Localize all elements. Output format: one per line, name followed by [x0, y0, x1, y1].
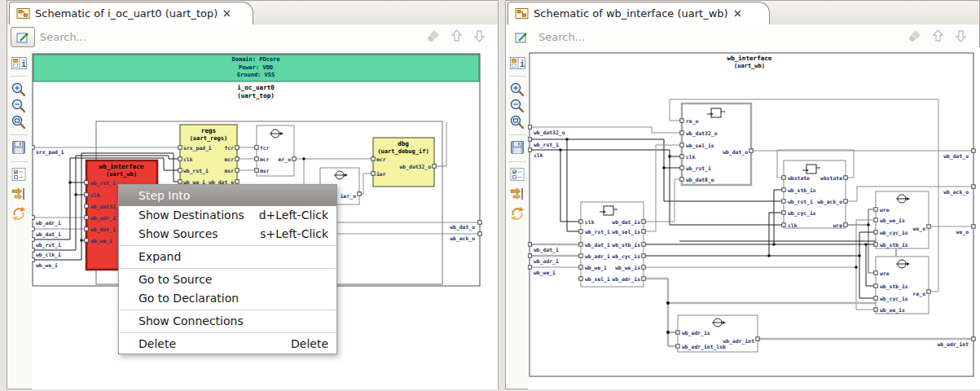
svg-text:wb_stb_is: wb_stb_is: [880, 283, 908, 290]
svg-text:wb_rst_i: wb_rst_i: [90, 180, 116, 187]
svg-text:wb_rst_i: wb_rst_i: [534, 142, 559, 148]
arrow-down-icon[interactable]: [472, 29, 486, 43]
block-adr-logic[interactable]: wb_adr_is wb_adr_int_lsb wb_adr_int: [676, 315, 759, 352]
menu-separator: [120, 245, 336, 246]
svg-text:wb_adr_int_lsb: wb_adr_int_lsb: [682, 344, 726, 350]
block-logic1[interactable]: fcr mcr msr mr_o: [255, 125, 296, 176]
domain-box: Domain: PDcore Power: VDD Ground: VSS: [33, 55, 479, 81]
svg-text:wb_cyc_is: wb_cyc_is: [612, 253, 640, 260]
overview-icon[interactable]: i: [11, 55, 29, 72]
svg-text:wb_dat32_: wb_dat32_: [90, 204, 119, 210]
svg-text:wb_dat8_o: wb_dat8_o: [686, 177, 714, 183]
schematic-title: wb_interface: [727, 55, 772, 62]
menu-separator: [120, 310, 336, 310]
svg-text:ier_o: ier_o: [341, 193, 356, 200]
svg-text:wb_stb_is: wb_stb_is: [612, 242, 640, 248]
schematic-tab-icon: [515, 7, 529, 20]
block-we-logic[interactable]: wre wb_we_is wb_cyc_is wb_stb_is we_o: [874, 191, 930, 248]
show-ports-icon[interactable]: [11, 186, 29, 202]
search-input[interactable]: [38, 27, 319, 46]
menu-item-show-sources[interactable]: Show Sourcess+Left-Click: [119, 225, 336, 244]
svg-text:wb_rst_i: wb_rst_i: [788, 199, 813, 205]
filter-options-icon[interactable]: [11, 166, 29, 182]
filter-options-icon[interactable]: [509, 166, 527, 182]
svg-text:wb_ack_o: wb_ack_o: [943, 189, 969, 196]
block-re-logic[interactable]: wre wb_stb_is wb_cyc_is wb_we_is re_o: [874, 257, 930, 314]
menu-item-go-to-declaration[interactable]: Go to Declaration: [119, 289, 336, 308]
svg-text:wb_dat_i: wb_dat_i: [90, 226, 116, 233]
show-ports-icon[interactable]: [509, 186, 527, 202]
left-tab-bar: Schematic of i_oc_uart0 (uart_top): [7, 1, 498, 25]
right-tab-bar: Schematic of wb_interface (uart_wb): [506, 1, 979, 25]
close-icon[interactable]: [222, 9, 231, 18]
svg-text:wb_rst_i: wb_rst_i: [585, 229, 610, 235]
svg-text:clk: clk: [686, 154, 696, 160]
left-toolbar: i: [7, 48, 33, 389]
svg-text:ier: ier: [376, 171, 386, 178]
save-icon[interactable]: [11, 139, 29, 156]
zoom-fit-icon[interactable]: [11, 114, 29, 130]
svg-text:(uart_regs): (uart_regs): [190, 135, 227, 142]
svg-text:(uart_debug_if): (uart_debug_if): [377, 148, 428, 155]
arrow-down-icon[interactable]: [954, 29, 968, 43]
edit-search-button[interactable]: [509, 27, 534, 47]
menu-item-expand[interactable]: Expand: [119, 248, 336, 266]
edit-icon: [16, 31, 30, 44]
svg-text:Domain: PDcore: Domain: PDcore: [231, 56, 279, 63]
zoom-out-icon[interactable]: [11, 98, 29, 114]
menu-item-step-into[interactable]: Step Into: [119, 185, 336, 206]
svg-text:wb_we_is: wb_we_is: [880, 307, 905, 314]
svg-text:wb_adr_int: wb_adr_int: [938, 341, 969, 348]
svg-text:wb_rst_i: wb_rst_i: [183, 168, 209, 174]
zoom-fit-icon[interactable]: [509, 114, 527, 130]
clear-highlight-icon[interactable]: [426, 29, 441, 43]
svg-text:wb_adr_i: wb_adr_i: [534, 258, 559, 265]
menu-item-show-connections[interactable]: Show Connections: [119, 312, 336, 331]
refresh-icon[interactable]: [11, 205, 29, 222]
block-dbg[interactable]: dbg (uart_debug_if) mcr ier wb_dat32_o: [371, 138, 436, 187]
search-input[interactable]: [537, 27, 817, 46]
svg-text:wb_adr_i: wb_adr_i: [36, 220, 61, 226]
right-schematic-canvas: wb_interface (uart_wb): [528, 47, 980, 389]
schematic-subtitle: (uart_wb): [734, 63, 765, 69]
close-icon[interactable]: [733, 9, 742, 18]
menu-separator: [120, 268, 336, 269]
svg-text:wre: wre: [880, 270, 890, 277]
edit-icon: [515, 31, 529, 44]
svg-text:wb_dat_i: wb_dat_i: [36, 231, 61, 238]
menu-item-show-destinations[interactable]: Show Destinationsd+Left-Click: [119, 206, 336, 225]
arrow-up-icon[interactable]: [450, 29, 464, 43]
svg-text:msr: msr: [224, 168, 234, 174]
zoom-in-icon[interactable]: [11, 81, 29, 98]
svg-text:clk: clk: [183, 156, 193, 163]
edit-search-button[interactable]: [11, 27, 35, 47]
svg-text:fcr: fcr: [224, 145, 234, 152]
svg-text:clk: clk: [788, 222, 798, 229]
svg-text:wb_dat_i: wb_dat_i: [585, 242, 610, 248]
svg-text:wre: wre: [880, 207, 890, 213]
menu-item-go-to-source[interactable]: Go to Source: [119, 270, 336, 289]
svg-text:Ground: VSS: Ground: VSS: [237, 72, 275, 78]
arrow-up-icon[interactable]: [931, 29, 945, 43]
svg-text:wre: wre: [833, 222, 842, 229]
svg-text:wb_ack_o: wb_ack_o: [817, 199, 842, 205]
menu-item-delete[interactable]: DeleteDelete: [119, 335, 336, 354]
svg-text:wb_we_is: wb_we_is: [615, 265, 640, 271]
svg-text:we_o: we_o: [913, 226, 926, 232]
right-schematic: wb_interface (uart_wb): [528, 47, 980, 389]
block-wbstate-register[interactable]: wbstate wb_stb_is wb_rst_i wb_cyc_is clk…: [782, 160, 847, 229]
save-icon[interactable]: [509, 139, 527, 156]
refresh-icon[interactable]: [509, 205, 527, 222]
zoom-in-icon[interactable]: [509, 81, 527, 98]
tab-schematic-uart-wb[interactable]: Schematic of wb_interface (uart_wb): [508, 2, 770, 24]
svg-text:wb_cyc_is: wb_cyc_is: [880, 230, 908, 236]
zoom-out-icon[interactable]: [509, 98, 527, 114]
block-input-register[interactable]: clk wb_rst_i wb_dat_i wb_adr_i wb_we_i w…: [579, 202, 645, 287]
overview-icon[interactable]: i: [509, 55, 527, 72]
svg-text:mcr: mcr: [224, 156, 234, 163]
block-output-register[interactable]: re_o wb_dat32_o wb_sel_is clk wb_rst_i w…: [680, 103, 753, 185]
menu-separator: [120, 332, 336, 333]
clear-highlight-icon[interactable]: [907, 29, 922, 43]
tab-schematic-uart-top[interactable]: Schematic of i_oc_uart0 (uart_top): [9, 2, 253, 24]
svg-text:wb_adr_is: wb_adr_is: [682, 330, 710, 336]
